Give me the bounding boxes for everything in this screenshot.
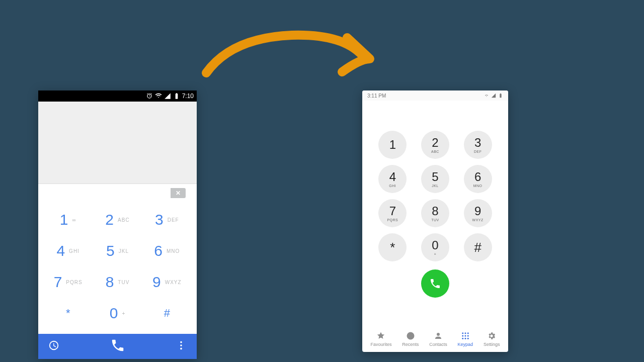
key-letters: GHI <box>69 248 79 254</box>
key-5[interactable]: 5JKL <box>93 235 142 266</box>
nav-label: Contacts <box>429 342 447 347</box>
key-digit: 2 <box>105 211 114 228</box>
signal-icon <box>164 93 171 100</box>
key-letters: ABC <box>431 150 439 153</box>
key-digit: 4 <box>389 171 396 183</box>
key-letters: PQRS <box>387 218 398 222</box>
svg-point-2 <box>180 348 182 350</box>
key-9[interactable]: 9WXYZ <box>464 199 492 227</box>
status-bar: 3:11 PM <box>362 90 508 101</box>
key-#[interactable]: # <box>464 233 492 261</box>
number-display <box>38 102 197 184</box>
key-digit: # <box>474 241 481 254</box>
key-8[interactable]: 8TUV <box>421 199 449 227</box>
key-digit: 7 <box>54 274 62 291</box>
key-2[interactable]: 2ABC <box>93 204 142 235</box>
key-digit: 5 <box>106 242 115 259</box>
key-digit: 3 <box>474 137 481 149</box>
key-4[interactable]: 4GHI <box>43 235 93 266</box>
nav-label: Keypad <box>458 342 473 347</box>
key-letters: GHI <box>389 184 396 188</box>
key-1[interactable]: 1 <box>378 131 407 159</box>
key-letters: WXYZ <box>165 280 182 285</box>
key-digit: * <box>66 307 70 320</box>
key-4[interactable]: 4GHI <box>378 165 407 193</box>
backspace-button[interactable]: ✕ <box>171 188 186 198</box>
key-letters: ABC <box>118 217 130 223</box>
svg-point-11 <box>467 337 469 339</box>
key-3[interactable]: 3DEF <box>142 204 192 235</box>
key-digit: 9 <box>474 205 481 217</box>
history-button[interactable] <box>48 340 59 353</box>
svg-point-5 <box>467 332 469 334</box>
key-0[interactable]: 0+ <box>421 233 449 261</box>
key-letters: DEF <box>474 150 482 153</box>
key-6[interactable]: 6MNO <box>464 165 492 193</box>
star-icon <box>376 331 385 340</box>
new-dialer-screen: 3:11 PM 12ABC3DEF4GHI5JKL6MNO7PQRS8TUV9W… <box>362 90 508 352</box>
key-letters: MNO <box>473 184 482 188</box>
key-digit: 6 <box>474 171 481 183</box>
key-digit: 6 <box>154 242 163 259</box>
svg-point-8 <box>467 335 469 336</box>
svg-point-7 <box>464 335 466 336</box>
nav-settings[interactable]: Settings <box>484 331 500 347</box>
svg-point-6 <box>462 335 463 336</box>
key-digit: 5 <box>432 171 438 183</box>
key-digit: 9 <box>152 274 161 291</box>
grid-icon <box>461 331 470 340</box>
bottom-bar <box>38 334 197 359</box>
key-letters: MNO <box>167 248 180 254</box>
battery-icon <box>498 93 503 98</box>
key-digit: # <box>164 307 170 320</box>
key-2[interactable]: 2ABC <box>421 131 449 159</box>
gear-icon <box>487 331 496 340</box>
key-3[interactable]: 3DEF <box>464 131 492 159</box>
key-digit: 4 <box>56 242 65 259</box>
key-letters: JKL <box>119 248 129 254</box>
key-7[interactable]: 7PQRS <box>378 199 407 227</box>
key-*[interactable]: * <box>378 233 407 261</box>
call-button[interactable] <box>110 338 125 355</box>
key-digit: 8 <box>106 274 114 291</box>
key-letters: + <box>434 252 437 256</box>
status-time: 3:11 PM <box>367 93 386 99</box>
key-#[interactable]: # <box>142 298 192 329</box>
nav-favourites[interactable]: Favourites <box>370 331 391 347</box>
signal-icon <box>491 93 496 98</box>
number-display <box>362 101 508 131</box>
key-1[interactable]: 1∞ <box>43 204 93 235</box>
key-digit: * <box>390 241 395 254</box>
key-6[interactable]: 6MNO <box>142 235 192 266</box>
nav-contacts[interactable]: Contacts <box>429 331 447 347</box>
battery-icon <box>173 93 180 100</box>
key-digit: 2 <box>432 137 438 149</box>
key-digit: 7 <box>389 205 396 217</box>
key-digit: 1 <box>60 211 68 228</box>
key-0[interactable]: 0+ <box>93 298 142 329</box>
key-9[interactable]: 9WXYZ <box>142 266 192 298</box>
alarm-icon <box>146 93 153 100</box>
status-bar: 7:10 <box>38 90 197 102</box>
key-letters: TUV <box>118 280 129 285</box>
key-digit: 0 <box>110 305 118 322</box>
key-letters: TUV <box>431 218 439 222</box>
svg-point-1 <box>180 344 182 346</box>
key-8[interactable]: 8TUV <box>93 266 142 298</box>
key-letters: + <box>122 311 125 316</box>
key-letters: PQRS <box>66 280 82 285</box>
key-5[interactable]: 5JKL <box>421 165 449 193</box>
nav-label: Settings <box>484 342 500 347</box>
key-*[interactable]: * <box>43 298 93 329</box>
svg-point-10 <box>464 337 466 339</box>
nav-label: Recents <box>402 342 419 347</box>
nav-recents[interactable]: Recents <box>402 331 419 347</box>
nav-keypad[interactable]: Keypad <box>458 331 473 347</box>
more-button[interactable] <box>176 340 187 353</box>
key-7[interactable]: 7PQRS <box>43 266 93 298</box>
key-digit: 0 <box>432 239 438 251</box>
wifi-icon <box>155 93 162 100</box>
key-letters: DEF <box>168 217 179 223</box>
call-button[interactable] <box>421 269 449 298</box>
key-digit: 8 <box>432 205 438 217</box>
